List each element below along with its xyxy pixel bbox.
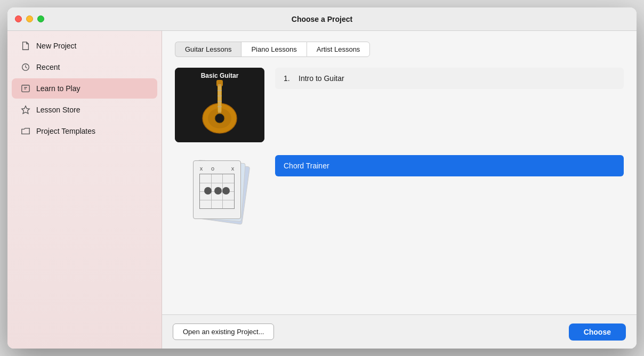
- sidebar-label-project-templates: Project Templates: [36, 127, 95, 135]
- sidebar-item-learn-to-play[interactable]: Learn to Play: [12, 78, 157, 99]
- main-layout: New Project Recent: [7, 31, 637, 349]
- svg-rect-1: [22, 85, 29, 92]
- lesson-label-intro: Intro to Guitar: [299, 74, 344, 83]
- file-icon: [20, 41, 31, 51]
- sidebar: New Project Recent: [7, 31, 162, 349]
- star-icon: [20, 104, 31, 115]
- sidebar-label-learn-to-play: Learn to Play: [36, 84, 80, 93]
- sidebar-label-lesson-store: Lesson Store: [36, 106, 80, 114]
- tab-piano-lessons[interactable]: Piano Lessons: [241, 42, 306, 57]
- close-button[interactable]: [15, 15, 22, 22]
- window-title: Choose a Project: [292, 15, 352, 23]
- basic-guitar-thumbnail: Basic Guitar: [175, 68, 264, 142]
- sidebar-item-recent[interactable]: Recent: [12, 57, 157, 77]
- maximize-button[interactable]: [37, 15, 44, 22]
- lesson-item-intro-to-guitar[interactable]: 1. Intro to Guitar: [275, 68, 624, 89]
- chord-dot-1: [204, 187, 212, 195]
- lesson-num-1: 1.: [284, 74, 294, 83]
- lessons-area: Basic Guitar: [175, 68, 624, 230]
- chord-x2: x: [231, 165, 235, 172]
- app-window: Choose a Project New Project: [7, 7, 637, 349]
- svg-point-5: [215, 114, 224, 123]
- minimize-button[interactable]: [26, 15, 33, 22]
- folder-icon: [20, 126, 31, 136]
- tab-guitar-lessons[interactable]: Guitar Lessons: [175, 42, 241, 57]
- main-panel: Guitar Lessons Piano Lessons Artist Less…: [162, 31, 637, 349]
- sidebar-item-project-templates[interactable]: Project Templates: [12, 121, 157, 141]
- lesson-row-basic-guitar: Basic Guitar: [175, 68, 624, 142]
- lesson-list-chord-trainer: Chord Trainer: [275, 155, 624, 176]
- guitar-image: Basic Guitar: [175, 68, 264, 142]
- chord-o1: o: [211, 165, 214, 172]
- music-icon: [20, 83, 31, 94]
- sidebar-item-new-project[interactable]: New Project: [12, 36, 157, 56]
- chord-trainer-thumbnail: x o x: [175, 155, 264, 230]
- sidebar-label-new-project: New Project: [36, 42, 76, 50]
- sidebar-item-lesson-store[interactable]: Lesson Store: [12, 100, 157, 120]
- main-content-area: Guitar Lessons Piano Lessons Artist Less…: [162, 31, 637, 314]
- svg-marker-2: [22, 106, 29, 114]
- bottom-bar: Open an existing Project... Choose: [162, 314, 637, 349]
- guitar-thumb-label: Basic Guitar: [175, 72, 264, 79]
- chord-x1: x: [200, 165, 203, 172]
- lesson-row-chord-trainer: x o x: [175, 155, 624, 230]
- guitar-svg: [190, 75, 249, 136]
- chord-dot-2: [214, 187, 222, 195]
- choose-button[interactable]: Choose: [569, 323, 626, 341]
- traffic-lights: [15, 15, 44, 22]
- clock-icon: [20, 62, 31, 72]
- chord-paper-front: x o x: [193, 160, 241, 219]
- chord-grid: [199, 174, 235, 209]
- chord-papers: x o x: [188, 160, 252, 224]
- open-existing-button[interactable]: Open an existing Project...: [173, 323, 274, 340]
- lesson-list-basic-guitar: 1. Intro to Guitar: [275, 68, 624, 89]
- lesson-label-chord-trainer: Chord Trainer: [284, 161, 329, 170]
- chord-dot-3: [222, 187, 230, 195]
- tab-artist-lessons[interactable]: Artist Lessons: [307, 42, 371, 57]
- lesson-item-chord-trainer[interactable]: Chord Trainer: [275, 155, 624, 176]
- chord-xo-indicators: x o x: [197, 165, 237, 172]
- tab-bar: Guitar Lessons Piano Lessons Artist Less…: [175, 42, 624, 57]
- sidebar-label-recent: Recent: [36, 63, 60, 71]
- title-bar: Choose a Project: [7, 7, 637, 31]
